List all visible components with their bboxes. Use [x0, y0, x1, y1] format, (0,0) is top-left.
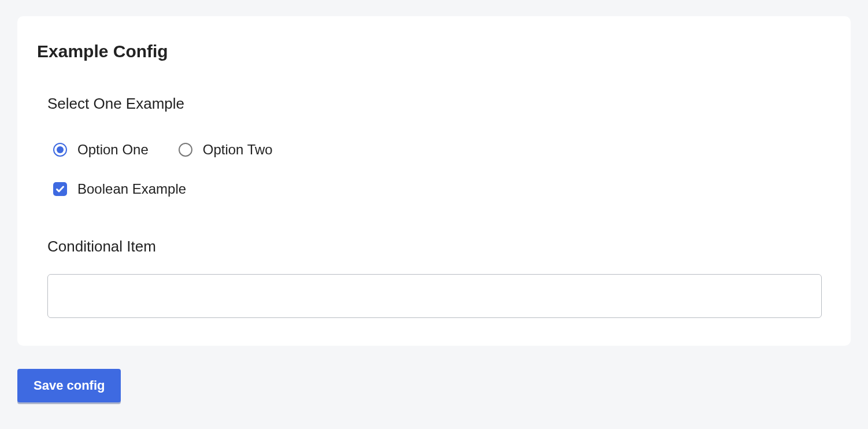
- config-card: Example Config Select One Example Option…: [17, 16, 851, 346]
- form-section: Select One Example Option One Option Two…: [37, 95, 822, 318]
- card-title: Example Config: [37, 42, 822, 61]
- checkbox-label: Boolean Example: [77, 181, 186, 197]
- radio-option-one[interactable]: Option One: [53, 142, 149, 158]
- conditional-item-input[interactable]: [47, 274, 822, 318]
- checkbox-checked-icon: [53, 182, 67, 196]
- radio-group-label: Select One Example: [47, 95, 822, 113]
- save-config-button[interactable]: Save config: [17, 369, 121, 402]
- boolean-example-checkbox[interactable]: Boolean Example: [47, 181, 822, 197]
- radio-option-two[interactable]: Option Two: [179, 142, 273, 158]
- radio-icon: [179, 143, 192, 157]
- radio-icon: [53, 143, 67, 157]
- radio-dot-icon: [57, 146, 64, 153]
- radio-group: Option One Option Two: [47, 142, 822, 158]
- radio-label: Option One: [77, 142, 149, 158]
- radio-label: Option Two: [203, 142, 273, 158]
- conditional-item-label: Conditional Item: [47, 238, 822, 256]
